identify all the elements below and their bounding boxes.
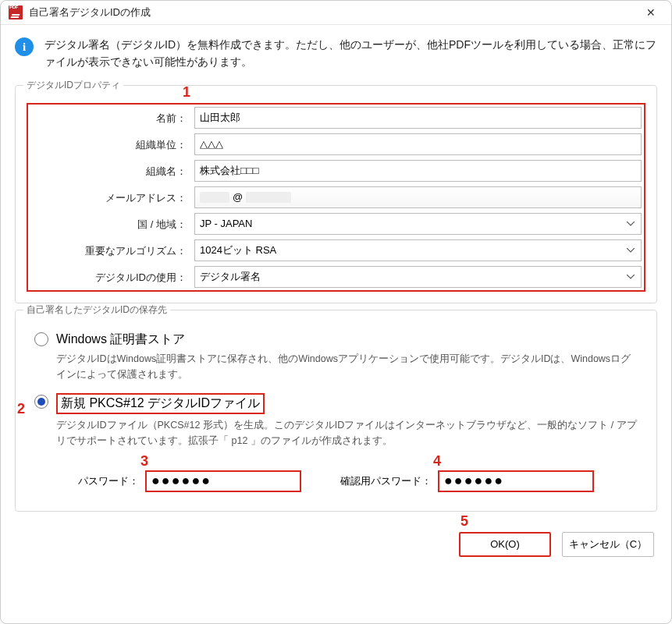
- name-label: 名前：: [30, 107, 187, 129]
- email-domain-blur: [246, 192, 291, 203]
- org-unit-label: 組織単位：: [30, 133, 187, 155]
- country-label: 国 / 地域：: [30, 213, 187, 235]
- cancel-button[interactable]: キャンセル（C）: [562, 532, 654, 557]
- annotation-2: 2: [17, 401, 25, 417]
- password-confirm-label: 確認用パスワード：: [340, 474, 432, 488]
- password-confirm-group: 4 確認用パスワード：: [340, 470, 594, 492]
- email-at: @: [233, 191, 243, 203]
- titlebar: 自己署名デジタルIDの作成 ✕: [1, 1, 671, 25]
- form-grid: 名前： 組織単位： 組織名： メールアドレス： @ 国 / 地域： JP - J…: [27, 103, 645, 292]
- info-text: デジタル署名（デジタルID）を無料作成できます。ただし、他のユーザーが、他社PD…: [44, 36, 657, 71]
- ok-button[interactable]: OK(O): [459, 532, 551, 557]
- digital-id-properties-group: デジタルIDプロパティ 1 名前： 組織単位： 組織名： メールアドレス： @ …: [15, 85, 657, 303]
- annotation-5: 5: [460, 513, 468, 530]
- radio-windows-desc: デジタルIDはWindows証明書ストアに保存され、他のWindowsアプリケー…: [56, 351, 638, 382]
- password-label: パスワード：: [78, 474, 139, 488]
- password-confirm-input[interactable]: [438, 470, 594, 492]
- group-title-2: 自己署名したデジタルIDの保存先: [23, 303, 170, 317]
- info-icon: i: [15, 37, 34, 56]
- radio-pkcs12[interactable]: 新規 PKCS#12 デジタルIDファイル デジタルIDファイル（PKCS#12…: [34, 393, 638, 448]
- annotation-3: 3: [140, 453, 148, 470]
- radio-icon-selected: [34, 395, 48, 409]
- button-row: 5 OK(O) キャンセル（C）: [1, 518, 671, 571]
- app-icon: [9, 5, 23, 20]
- org-name-input[interactable]: [194, 160, 642, 182]
- email-input[interactable]: @: [194, 186, 642, 208]
- annotation-4: 4: [433, 453, 441, 470]
- email-local-blur: [200, 192, 229, 203]
- info-banner: i デジタル署名（デジタルID）を無料作成できます。ただし、他のユーザーが、他社…: [1, 25, 671, 79]
- close-icon[interactable]: ✕: [638, 6, 663, 19]
- name-input[interactable]: [194, 107, 642, 129]
- radio-windows-store[interactable]: Windows 証明書ストア デジタルIDはWindows証明書ストアに保存され…: [34, 331, 638, 382]
- annotation-1: 1: [183, 84, 190, 101]
- radio-pkcs12-title: 新規 PKCS#12 デジタルIDファイル: [56, 393, 265, 413]
- radio-pkcs12-desc: デジタルIDファイル（PKCS#12 形式）を生成。このデジタルIDファイルはイ…: [56, 417, 638, 448]
- usage-label: デジタルIDの使用：: [30, 266, 187, 288]
- radio-icon: [34, 332, 48, 346]
- password-input[interactable]: [145, 470, 301, 492]
- radio-windows-title: Windows 証明書ストア: [56, 331, 185, 348]
- country-select[interactable]: JP - JAPAN: [194, 213, 642, 235]
- storage-location-group: 自己署名したデジタルIDの保存先 Windows 証明書ストア デジタルIDはW…: [15, 310, 657, 512]
- algo-label: 重要なアルゴリズム：: [30, 239, 187, 261]
- password-group: 3 パスワード：: [78, 470, 301, 492]
- org-name-label: 組織名：: [30, 160, 187, 182]
- password-row: 3 パスワード： 4 確認用パスワード：: [27, 470, 645, 492]
- org-unit-input[interactable]: [194, 133, 642, 155]
- usage-select[interactable]: デジタル署名: [194, 266, 642, 288]
- algorithm-select[interactable]: 1024ビット RSA: [194, 239, 642, 261]
- window-title: 自己署名デジタルIDの作成: [29, 5, 638, 20]
- email-label: メールアドレス：: [30, 186, 187, 208]
- group-title: デジタルIDプロパティ: [23, 79, 123, 92]
